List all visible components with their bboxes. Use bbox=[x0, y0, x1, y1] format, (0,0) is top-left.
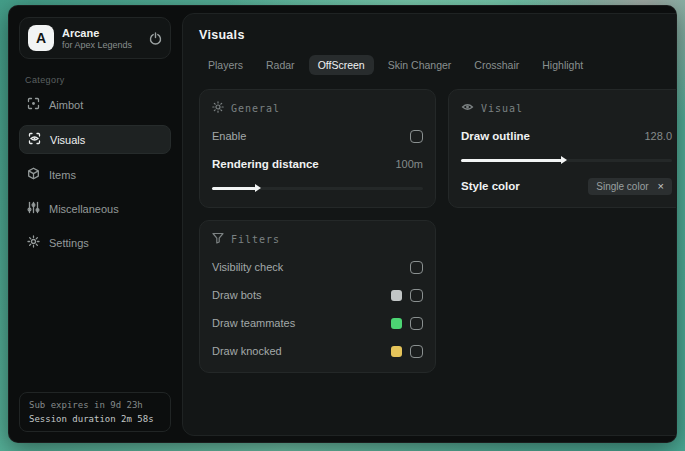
draw-outline-row: Draw outline 128.0 bbox=[461, 126, 672, 146]
page-title: Visuals bbox=[199, 28, 677, 42]
main-wrapper: Visuals Players Radar OffScreen Skin Cha… bbox=[179, 6, 677, 442]
draw-knocked-color-swatch[interactable] bbox=[391, 346, 402, 357]
style-color-row: Style color Single color × bbox=[461, 176, 672, 196]
power-icon[interactable] bbox=[149, 32, 162, 45]
draw-outline-value: 128.0 bbox=[644, 130, 672, 142]
general-panel: General Enable Rendering distance 100m bbox=[199, 89, 436, 208]
enable-row: Enable bbox=[212, 126, 423, 146]
tab-bar: Players Radar OffScreen Skin Changer Cro… bbox=[199, 55, 677, 75]
sidebar-item-label: Aimbot bbox=[49, 99, 83, 111]
panel-title: General bbox=[231, 103, 280, 114]
draw-knocked-checkbox[interactable] bbox=[410, 345, 423, 358]
app-header-card: A Arcane for Apex Legends bbox=[19, 17, 171, 59]
sidebar-item-settings[interactable]: Settings bbox=[19, 229, 171, 256]
rendering-distance-row: Rendering distance 100m bbox=[212, 154, 423, 174]
panel-title: Filters bbox=[231, 234, 280, 245]
sliders-icon bbox=[27, 201, 40, 216]
filters-panel: Filters Visibility check Draw bots bbox=[199, 220, 436, 373]
gear-icon bbox=[27, 235, 40, 250]
sidebar-item-visuals[interactable]: Visuals bbox=[19, 125, 171, 154]
draw-bots-color-swatch[interactable] bbox=[391, 290, 402, 301]
sidebar-item-label: Items bbox=[49, 169, 76, 181]
draw-bots-row: Draw bots bbox=[212, 285, 423, 305]
tab-skin-changer[interactable]: Skin Changer bbox=[379, 55, 461, 75]
eye-icon bbox=[461, 101, 474, 115]
eye-scan-icon bbox=[28, 132, 41, 147]
subscription-info-card: Sub expires in 9d 23h Session duration 2… bbox=[19, 392, 171, 432]
content-area: General Enable Rendering distance 100m bbox=[199, 89, 677, 373]
visual-panel: Visual Draw outline 128.0 bbox=[448, 89, 677, 208]
draw-teammates-color-swatch[interactable] bbox=[391, 318, 402, 329]
tab-radar[interactable]: Radar bbox=[257, 55, 304, 75]
tab-players[interactable]: Players bbox=[199, 55, 252, 75]
sidebar-item-miscellaneous[interactable]: Miscellaneous bbox=[19, 195, 171, 222]
visibility-check-row: Visibility check bbox=[212, 257, 423, 277]
draw-teammates-row: Draw teammates bbox=[212, 313, 423, 333]
draw-outline-slider[interactable] bbox=[461, 154, 672, 166]
slider-thumb[interactable] bbox=[561, 156, 567, 164]
enable-label: Enable bbox=[212, 130, 246, 142]
app-window: A Arcane for Apex Legends Category bbox=[8, 5, 677, 443]
enable-checkbox[interactable] bbox=[410, 130, 423, 143]
sidebar-item-label: Miscellaneous bbox=[49, 203, 119, 215]
sidebar-item-items[interactable]: Items bbox=[19, 161, 171, 188]
draw-teammates-label: Draw teammates bbox=[212, 317, 295, 329]
sidebar-item-label: Visuals bbox=[50, 134, 85, 146]
main-panel: Visuals Players Radar OffScreen Skin Cha… bbox=[182, 13, 677, 436]
slider-thumb[interactable] bbox=[255, 184, 261, 192]
funnel-icon bbox=[212, 232, 224, 246]
draw-outline-label: Draw outline bbox=[461, 130, 530, 142]
rendering-distance-slider[interactable] bbox=[212, 182, 423, 194]
app-logo: A bbox=[28, 25, 54, 51]
sun-icon bbox=[212, 101, 224, 115]
cube-icon bbox=[27, 167, 40, 182]
tab-crosshair[interactable]: Crosshair bbox=[465, 55, 528, 75]
sidebar-item-aimbot[interactable]: Aimbot bbox=[19, 91, 171, 118]
visibility-check-checkbox[interactable] bbox=[410, 261, 423, 274]
rendering-distance-value: 100m bbox=[395, 158, 423, 170]
visibility-check-label: Visibility check bbox=[212, 261, 283, 273]
crosshair-icon bbox=[27, 97, 40, 112]
app-subtitle: for Apex Legends bbox=[62, 40, 132, 50]
style-color-selected-option: Single color bbox=[596, 181, 648, 192]
rendering-distance-label: Rendering distance bbox=[212, 158, 319, 170]
slider-fill bbox=[212, 187, 256, 190]
close-icon[interactable]: × bbox=[658, 181, 664, 192]
category-label: Category bbox=[25, 75, 171, 85]
tab-offscreen[interactable]: OffScreen bbox=[309, 55, 374, 75]
draw-bots-label: Draw bots bbox=[212, 289, 262, 301]
draw-teammates-checkbox[interactable] bbox=[410, 317, 423, 330]
slider-fill bbox=[461, 159, 562, 162]
draw-bots-checkbox[interactable] bbox=[410, 289, 423, 302]
style-color-label: Style color bbox=[461, 180, 520, 192]
draw-knocked-row: Draw knocked bbox=[212, 341, 423, 361]
session-duration-text: Session duration 2m 58s bbox=[29, 414, 161, 424]
right-column: Visual Draw outline 128.0 bbox=[448, 89, 677, 208]
sidebar: A Arcane for Apex Legends Category bbox=[9, 6, 179, 442]
sidebar-item-label: Settings bbox=[49, 237, 89, 249]
draw-knocked-label: Draw knocked bbox=[212, 345, 282, 357]
style-color-select[interactable]: Single color × bbox=[588, 178, 672, 195]
app-name: Arcane bbox=[62, 27, 132, 39]
left-column: General Enable Rendering distance 100m bbox=[199, 89, 436, 373]
desktop-background: A Arcane for Apex Legends Category bbox=[0, 0, 685, 451]
panel-title: Visual bbox=[481, 103, 523, 114]
tab-highlight[interactable]: Highlight bbox=[533, 55, 592, 75]
sub-expires-text: Sub expires in 9d 23h bbox=[29, 400, 161, 410]
